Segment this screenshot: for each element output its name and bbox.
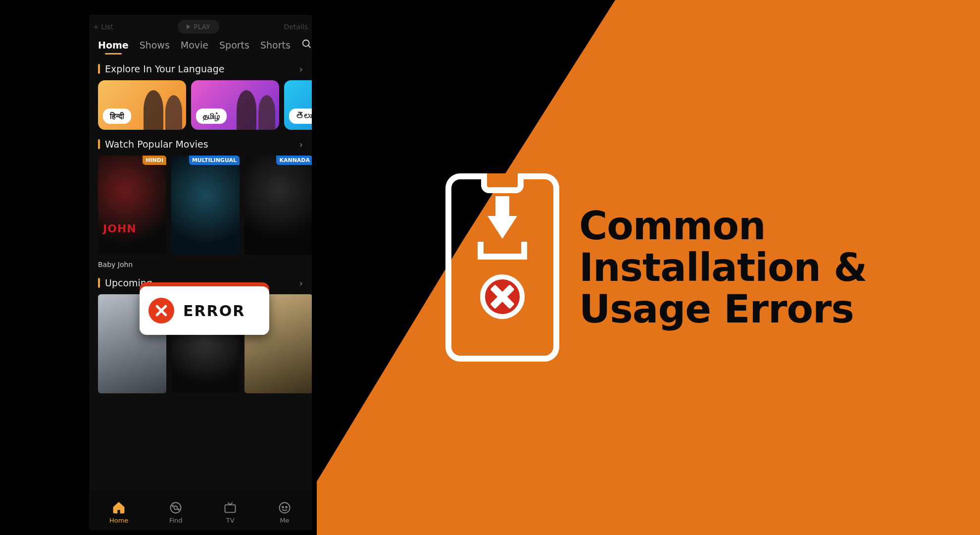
search-icon[interactable]: [301, 39, 312, 52]
headline-line-3: Usage Errors: [579, 288, 867, 330]
section-title-popular: Watch Popular Movies: [105, 139, 208, 150]
svg-point-4: [172, 505, 173, 506]
error-x-icon: [148, 298, 174, 323]
movie-title: [245, 261, 312, 268]
phone-screenshot: + List PLAY Details Home Shows Movie Spo…: [89, 15, 312, 530]
section-header-popular[interactable]: Watch Popular Movies ›: [89, 130, 312, 156]
tab-home[interactable]: Home: [98, 40, 129, 51]
nav-find[interactable]: Find: [169, 501, 183, 524]
section-header-languages[interactable]: Explore In Your Language ›: [89, 54, 312, 80]
download-icon: [478, 216, 527, 260]
movie-poster[interactable]: HINDI JOHN: [98, 156, 166, 255]
tab-sports[interactable]: Sports: [219, 40, 249, 51]
details-label[interactable]: Details: [284, 23, 308, 31]
play-icon: [187, 24, 191, 29]
popular-titles-row: Baby John Ma: [89, 258, 312, 268]
language-tag: MULTILINGUAL: [189, 156, 240, 165]
error-text: ERROR: [183, 302, 245, 320]
chevron-right-icon: ›: [299, 278, 303, 288]
right-panel: Common Installation & Usage Errors: [445, 173, 867, 362]
play-label: PLAY: [194, 23, 210, 31]
language-tag: KANNADA: [276, 156, 312, 165]
language-label: తెలుగు: [289, 108, 312, 124]
release-date: Jan.10: [98, 399, 118, 400]
nav-me[interactable]: Me: [278, 501, 292, 524]
svg-point-5: [178, 509, 179, 510]
nav-label: Home: [109, 517, 128, 524]
chevron-right-icon: ›: [299, 139, 303, 150]
language-card-hindi[interactable]: हिन्दी: [98, 80, 186, 130]
error-badge: ERROR: [140, 286, 269, 335]
svg-line-1: [308, 46, 311, 48]
svg-point-7: [280, 502, 290, 513]
popular-movies-row[interactable]: HINDI JOHN MULTILINGUAL KANNADA: [89, 156, 312, 258]
nav-tv[interactable]: TV: [223, 501, 237, 524]
svg-point-2: [171, 502, 181, 513]
error-circle-icon: [480, 274, 525, 319]
language-cards-row[interactable]: हिन्दी தமிழ் తెలుగు: [89, 80, 312, 130]
chevron-right-icon: ›: [299, 64, 303, 74]
nav-label: TV: [226, 517, 235, 524]
bottom-nav: Home Find TV Me: [89, 490, 312, 530]
nav-label: Me: [280, 517, 289, 524]
language-card-telugu[interactable]: తెలుగు: [284, 80, 312, 130]
poster-art-text: JOHN: [103, 222, 137, 235]
top-tabs: Home Shows Movie Sports Shorts: [89, 39, 312, 54]
nav-label: Find: [169, 517, 183, 524]
movie-title: Baby John: [98, 261, 166, 268]
play-button[interactable]: PLAY: [178, 20, 219, 34]
movie-poster[interactable]: MULTILINGUAL: [171, 156, 240, 255]
svg-point-9: [286, 506, 287, 508]
section-title-languages: Explore In Your Language: [105, 63, 224, 74]
language-tag: HINDI: [143, 156, 166, 165]
phone-download-error-icon: [445, 173, 559, 362]
svg-point-0: [303, 40, 309, 47]
headline: Common Installation & Usage Errors: [579, 205, 867, 330]
release-date: Jan.12: [245, 399, 265, 400]
language-card-tamil[interactable]: தமிழ்: [191, 80, 279, 130]
language-label: हिन्दी: [103, 108, 131, 124]
svg-point-3: [174, 506, 178, 509]
nav-home[interactable]: Home: [109, 501, 128, 524]
svg-rect-6: [225, 505, 236, 512]
add-list-label[interactable]: + List: [93, 23, 113, 31]
tab-movie[interactable]: Movie: [181, 40, 208, 51]
headline-line-2: Installation &: [579, 247, 867, 288]
headline-line-1: Common: [579, 205, 867, 247]
language-label: தமிழ்: [196, 108, 227, 124]
movie-title: [171, 261, 240, 268]
tab-shorts[interactable]: Shorts: [260, 40, 291, 51]
top-strip: + List PLAY Details: [89, 15, 312, 39]
svg-point-8: [282, 506, 284, 508]
movie-poster[interactable]: KANNADA: [245, 156, 312, 255]
tab-shows[interactable]: Shows: [140, 40, 170, 51]
release-date: Jan.10: [171, 399, 192, 400]
